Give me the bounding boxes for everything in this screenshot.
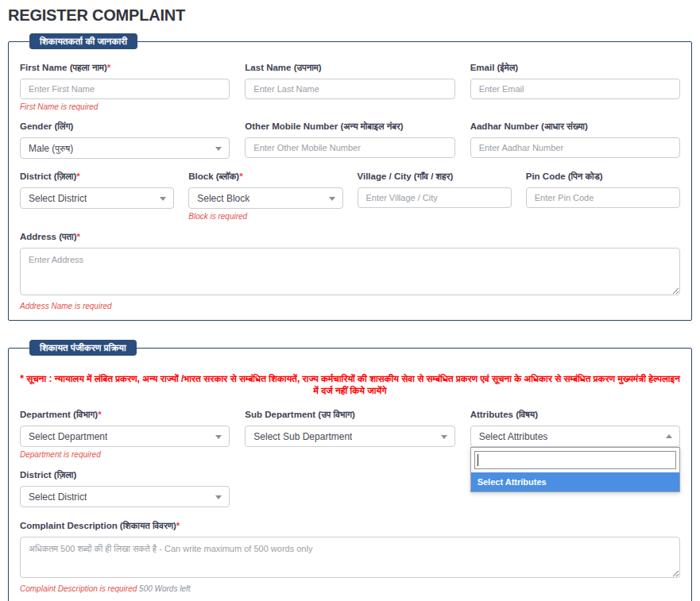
pincode-label: Pin Code (पिन कोड) [526, 171, 680, 182]
description-field: Complaint Description (शिकायत विवरण)* Co… [20, 521, 680, 593]
pincode-input[interactable] [526, 187, 680, 208]
aadhar-label: Aadhar Number (आधार संख्या) [470, 121, 680, 132]
village-input[interactable] [358, 187, 512, 208]
block-error: Block is required [188, 212, 342, 221]
page-title: REGISTER COMPLAINT [0, 0, 700, 25]
words-left-counter: 500 Words left [139, 584, 190, 593]
other-mobile-field: Other Mobile Number (अन्य मोबाइल नंबर) [245, 121, 454, 158]
gender-field: Gender (लिंग) Male (पुरुष) [20, 121, 230, 159]
notice-text: * सूचना : न्यायालय में लंबित प्रकरण, अन्… [20, 373, 680, 397]
description-label: Complaint Description (शिकायत विवरण)* [20, 521, 680, 531]
chevron-down-icon [329, 197, 335, 201]
district-field: District (ज़िला)* Select District [20, 171, 174, 209]
address-error: Address Name is required [20, 302, 680, 310]
chevron-down-icon [215, 495, 222, 499]
address-label: Address (पता)* [20, 232, 680, 242]
block-select[interactable]: Select Block [188, 187, 342, 209]
first-name-field: First Name (पहला नाम)* First Name is req… [20, 63, 230, 111]
description-error: Complaint Description is required 500 Wo… [20, 584, 680, 593]
district2-label: District (ज़िला) [20, 470, 230, 480]
attributes-option-select-attributes[interactable]: Select Attributes [471, 472, 679, 491]
last-name-label: Last Name (उपनाम) [245, 63, 454, 73]
email-field: Email (ईमेल) [470, 63, 680, 99]
department-field: Department (विभाग)* Select Department De… [20, 410, 230, 459]
gender-label: Gender (लिंग) [20, 121, 230, 132]
chevron-down-icon [215, 435, 222, 439]
complainant-info-panel: शिकायतकर्ता की जानकारी First Name (पहला … [8, 33, 692, 321]
other-mobile-input[interactable] [245, 137, 454, 158]
registration-process-legend: शिकायत पंजीकरण प्रक्रिया [29, 340, 137, 356]
gender-select[interactable]: Male (पुरुष) [20, 137, 230, 159]
address-field: Address (पता)* Address Name is required [20, 232, 680, 310]
chevron-down-icon [160, 197, 166, 201]
complainant-info-legend: शिकायतकर्ता की जानकारी [29, 33, 137, 49]
village-label: Village / City (गाँव / शहर) [358, 171, 512, 182]
block-label: Block (ब्लॉक)* [188, 171, 342, 182]
email-label: Email (ईमेल) [470, 63, 680, 73]
sub-department-select[interactable]: Select Sub Department [245, 426, 454, 447]
description-textarea[interactable] [20, 537, 680, 578]
first-name-error: First Name is required [20, 102, 230, 111]
text-cursor [478, 454, 478, 466]
first-name-input[interactable] [20, 79, 230, 99]
email-input[interactable] [470, 79, 680, 99]
pincode-field: Pin Code (पिन कोड) [526, 171, 680, 208]
chevron-down-icon [215, 147, 222, 151]
last-name-input[interactable] [245, 79, 454, 99]
aadhar-field: Aadhar Number (आधार संख्या) [470, 121, 680, 158]
district2-field: District (ज़िला) Select District [20, 470, 230, 507]
attributes-label: Attributes (विषय) [470, 410, 680, 420]
department-error: Department is required [20, 450, 230, 459]
attributes-dropdown: Select Attributes [470, 447, 680, 492]
other-mobile-label: Other Mobile Number (अन्य मोबाइल नंबर) [245, 121, 454, 132]
department-label: Department (विभाग)* [20, 410, 230, 420]
registration-process-panel: शिकायत पंजीकरण प्रक्रिया * सूचना : न्याय… [8, 340, 692, 601]
attributes-field: Attributes (विषय) Select Attributes Sele… [470, 410, 680, 447]
district-label: District (ज़िला)* [20, 171, 174, 182]
attributes-search-input[interactable] [474, 451, 676, 469]
sub-department-field: Sub Department (उप विभाग) Select Sub Dep… [245, 410, 454, 447]
address-textarea[interactable] [20, 248, 680, 295]
aadhar-input[interactable] [470, 137, 680, 158]
attributes-select[interactable]: Select Attributes [470, 426, 680, 447]
block-field: Block (ब्लॉक)* Select Block Block is req… [188, 171, 342, 221]
department-select[interactable]: Select Department [20, 426, 230, 447]
district-select[interactable]: Select District [20, 187, 174, 209]
chevron-up-icon [666, 434, 672, 438]
district2-select[interactable]: Select District [20, 486, 230, 507]
first-name-label: First Name (पहला नाम)* [20, 63, 230, 73]
sub-department-label: Sub Department (उप विभाग) [245, 410, 454, 420]
village-field: Village / City (गाँव / शहर) [358, 171, 512, 208]
last-name-field: Last Name (उपनाम) [245, 63, 454, 99]
chevron-down-icon [441, 435, 447, 439]
